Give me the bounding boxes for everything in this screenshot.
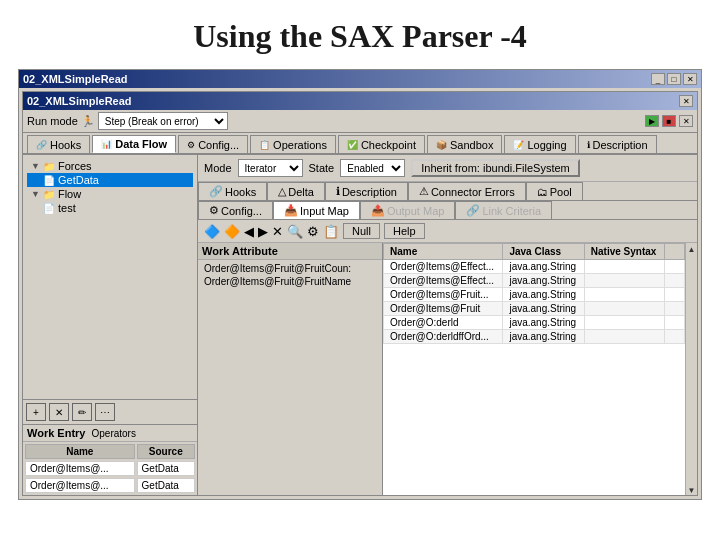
work-attr-item-1[interactable]: Order@Items@Fruit@FruitName [200, 275, 380, 288]
table-row[interactable]: Order@Items@Effect... java.ang.String [384, 274, 685, 288]
right-tabs-row2: ⚙ Config... 📥 Input Map 📤 Output Map 🔗 L… [198, 201, 697, 220]
state-select[interactable]: Enabled [340, 159, 405, 177]
run-mode-icon: 🏃 [81, 115, 95, 128]
col-source-header: Source [137, 444, 195, 459]
getdata-icon: 📄 [43, 175, 55, 186]
tab-data-flow[interactable]: 📊 Data Flow [92, 135, 176, 153]
rtab-link-criteria[interactable]: 🔗 Link Criteria [455, 201, 552, 219]
work-entry-label: Work Entry [27, 427, 85, 439]
inner-window: 02_XMLSimpleRead ✕ Run mode 🏃 Step (Brea… [22, 91, 698, 496]
play-button[interactable]: ▶ [645, 115, 659, 127]
run-mode-select[interactable]: Step (Break on error) [98, 112, 228, 130]
tree-area: ▼ 📁 Forces 📄 GetData ▼ 📁 Flow [23, 155, 197, 399]
outer-window-title: 02_XMLSimpleRead [23, 73, 128, 85]
outer-title-bar: 02_XMLSimpleRead _ □ ✕ [19, 70, 701, 88]
tab-config[interactable]: ⚙ Config... [178, 135, 248, 153]
cell-class-1: java.ang.String [503, 274, 584, 288]
work-attr-item-0[interactable]: Order@Items@Fruit@FruitCoun: [200, 262, 380, 275]
inherit-button[interactable]: Inherit from: ibundi.FileSystem [411, 159, 580, 177]
hooks-icon: 🔗 [36, 140, 47, 150]
tab-hooks[interactable]: 🔗 Hooks [27, 135, 90, 153]
tab-operations[interactable]: 📋 Operations [250, 135, 336, 153]
work-entry-row[interactable]: Order@Items@... GetData [25, 461, 195, 476]
table-row[interactable]: Order@Items@Fruit java.ang.String [384, 302, 685, 316]
delete-button[interactable]: ✕ [49, 403, 69, 421]
null-toolbar: 🔷 🔶 ◀ ▶ ✕ 🔍 ⚙ 📋 Null Help [198, 220, 697, 243]
data-table-wrapper: Name Java Class Native Syntax Order@Item… [383, 243, 697, 495]
checkpoint-icon: ✅ [347, 140, 358, 150]
rtab-config[interactable]: ⚙ Config... [198, 201, 273, 219]
tree-item-test[interactable]: 📄 test [27, 201, 193, 215]
rtab-description[interactable]: ℹ Description [325, 182, 408, 200]
more-button[interactable]: ⋯ [95, 403, 115, 421]
tab-description[interactable]: ℹ Description [578, 135, 657, 153]
toolbar-icon-1: 🔷 [204, 224, 220, 239]
rtab-connector-errors[interactable]: ⚠ Connector Errors [408, 182, 526, 200]
close-button[interactable]: ✕ [683, 73, 697, 85]
table-row[interactable]: Order@O:derldffOrd... java.ang.String [384, 330, 685, 344]
scroll-up-icon[interactable]: ▲ [688, 245, 696, 254]
cell-extra-2 [665, 288, 685, 302]
inner-close-x[interactable]: ✕ [679, 115, 693, 127]
help-button[interactable]: Help [384, 223, 425, 239]
cell-native-4 [584, 316, 664, 330]
toolbar-icon-4: ▶ [258, 224, 268, 239]
expand-forces-icon: ▼ [31, 161, 40, 171]
tree-folder-forces[interactable]: ▼ 📁 Forces [27, 159, 193, 173]
content-split: Work Attribute Order@Items@Fruit@FruitCo… [198, 243, 697, 495]
left-panel: ▼ 📁 Forces 📄 GetData ▼ 📁 Flow [23, 155, 198, 495]
rtab-output-map[interactable]: 📤 Output Map [360, 201, 455, 219]
inner-close-button[interactable]: ✕ [679, 95, 693, 107]
work-entry-row[interactable]: Order@Items@... GetData [25, 478, 195, 493]
tab-checkpoint[interactable]: ✅ Checkpoint [338, 135, 425, 153]
work-entry-name-0: Order@Items@... [25, 461, 135, 476]
rtab-delta[interactable]: △ Delta [267, 182, 325, 200]
cell-native-3 [584, 302, 664, 316]
rtab-input-map[interactable]: 📥 Input Map [273, 201, 360, 219]
rtab-hooks-icon: 🔗 [209, 185, 223, 198]
rtab-pool-icon: 🗂 [537, 186, 548, 198]
sandbox-icon: 📦 [436, 140, 447, 150]
outer-window: 02_XMLSimpleRead _ □ ✕ 02_XMLSimpleRead … [18, 69, 702, 500]
work-entry-section: Work Entry Operators Name Source O [23, 424, 197, 495]
work-attr-header: Work Attribute [198, 243, 382, 260]
cell-name-4: Order@O:derld [384, 316, 503, 330]
rtab-link-icon: 🔗 [466, 204, 480, 217]
add-button[interactable]: + [26, 403, 46, 421]
table-row[interactable]: Order@Items@Fruit... java.ang.String [384, 288, 685, 302]
work-attr-list: Order@Items@Fruit@FruitCoun: Order@Items… [198, 260, 382, 290]
table-row[interactable]: Order@O:derld java.ang.String [384, 316, 685, 330]
cell-name-0: Order@Items@Effect... [384, 260, 503, 274]
col-name-header: Name [25, 444, 135, 459]
rtab-hooks[interactable]: 🔗 Hooks [198, 182, 267, 200]
toolbar-icon-6: 🔍 [287, 224, 303, 239]
mode-select[interactable]: Iterator [238, 159, 303, 177]
minimize-button[interactable]: _ [651, 73, 665, 85]
cell-name-1: Order@Items@Effect... [384, 274, 503, 288]
table-row[interactable]: Order@Items@Effect... java.ang.String [384, 260, 685, 274]
cell-name-3: Order@Items@Fruit [384, 302, 503, 316]
expand-flow-icon: ▼ [31, 189, 40, 199]
tree-item-getdata-label: GetData [58, 174, 99, 186]
scrollbar[interactable]: ▲ ▼ [685, 243, 697, 495]
outer-window-controls: _ □ ✕ [651, 73, 697, 85]
null-button[interactable]: Null [343, 223, 380, 239]
scroll-down-icon[interactable]: ▼ [688, 486, 696, 495]
toolbar-icon-7: ⚙ [307, 224, 319, 239]
cell-class-3: java.ang.String [503, 302, 584, 316]
cell-class-0: java.ang.String [503, 260, 584, 274]
tree-item-getdata[interactable]: 📄 GetData [27, 173, 193, 187]
cell-name-5: Order@O:derldffOrd... [384, 330, 503, 344]
tab-sandbox[interactable]: 📦 Sandbox [427, 135, 502, 153]
data-table: Name Java Class Native Syntax Order@Item… [383, 243, 685, 344]
maximize-button[interactable]: □ [667, 73, 681, 85]
rtab-pool[interactable]: 🗂 Pool [526, 182, 583, 200]
col-name: Name [384, 244, 503, 260]
data-table-panel[interactable]: Name Java Class Native Syntax Order@Item… [383, 243, 685, 495]
tab-logging[interactable]: 📝 Logging [504, 135, 575, 153]
run-mode-label: Run mode [27, 115, 78, 127]
stop-button[interactable]: ■ [662, 115, 676, 127]
tree-folder-flow[interactable]: ▼ 📁 Flow [27, 187, 193, 201]
cell-extra-5 [665, 330, 685, 344]
edit-button[interactable]: ✏ [72, 403, 92, 421]
